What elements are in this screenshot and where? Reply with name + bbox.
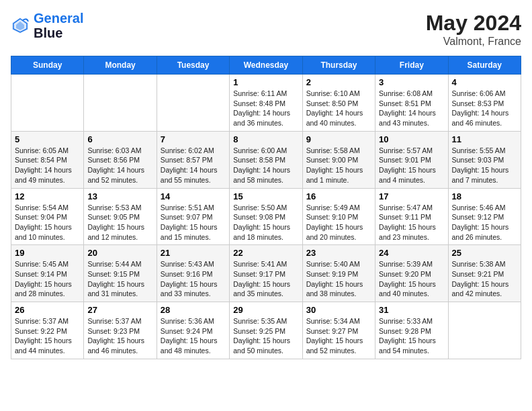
month-title: May 2024 bbox=[426, 11, 521, 36]
day-info: Sunrise: 5:57 AM Sunset: 9:01 PM Dayligh… bbox=[379, 146, 444, 185]
day-number: 14 bbox=[161, 191, 226, 201]
calendar-header: SundayMondayTuesdayWednesdayThursdayFrid… bbox=[11, 56, 521, 75]
day-info: Sunrise: 5:39 AM Sunset: 9:20 PM Dayligh… bbox=[379, 259, 444, 299]
calendar-cell: 8Sunrise: 6:00 AM Sunset: 8:58 PM Daylig… bbox=[230, 131, 302, 188]
calendar-week-row: 5Sunrise: 6:05 AM Sunset: 8:54 PM Daylig… bbox=[11, 131, 521, 188]
logo-icon bbox=[11, 16, 30, 35]
day-info: Sunrise: 6:08 AM Sunset: 8:51 PM Dayligh… bbox=[379, 89, 444, 128]
day-info: Sunrise: 5:37 AM Sunset: 9:23 PM Dayligh… bbox=[87, 316, 152, 356]
day-info: Sunrise: 5:40 AM Sunset: 9:19 PM Dayligh… bbox=[306, 259, 371, 299]
day-info: Sunrise: 5:33 AM Sunset: 9:28 PM Dayligh… bbox=[379, 316, 444, 356]
day-number: 19 bbox=[15, 248, 80, 258]
weekday-header: Friday bbox=[375, 56, 448, 75]
day-number: 28 bbox=[161, 305, 226, 315]
calendar-cell: 1Sunrise: 6:11 AM Sunset: 8:48 PM Daylig… bbox=[230, 75, 302, 132]
calendar-cell: 12Sunrise: 5:54 AM Sunset: 9:04 PM Dayli… bbox=[11, 188, 84, 245]
calendar-cell: 15Sunrise: 5:50 AM Sunset: 9:08 PM Dayli… bbox=[230, 188, 302, 245]
calendar-body: 1Sunrise: 6:11 AM Sunset: 8:48 PM Daylig… bbox=[11, 75, 521, 359]
calendar-cell: 5Sunrise: 6:05 AM Sunset: 8:54 PM Daylig… bbox=[11, 131, 84, 188]
calendar-cell: 16Sunrise: 5:49 AM Sunset: 9:10 PM Dayli… bbox=[302, 188, 375, 245]
calendar-cell: 14Sunrise: 5:51 AM Sunset: 9:07 PM Dayli… bbox=[157, 188, 229, 245]
title-block: May 2024 Valmont, France bbox=[426, 11, 521, 48]
page-header: General Blue May 2024 Valmont, France bbox=[11, 11, 521, 48]
day-number: 20 bbox=[87, 248, 152, 258]
calendar-week-row: 12Sunrise: 5:54 AM Sunset: 9:04 PM Dayli… bbox=[11, 188, 521, 245]
day-number: 23 bbox=[306, 248, 371, 258]
day-info: Sunrise: 6:00 AM Sunset: 8:58 PM Dayligh… bbox=[233, 146, 298, 185]
day-number: 13 bbox=[87, 191, 152, 201]
calendar-cell: 29Sunrise: 5:35 AM Sunset: 9:25 PM Dayli… bbox=[230, 302, 302, 359]
calendar-cell: 7Sunrise: 6:02 AM Sunset: 8:57 PM Daylig… bbox=[157, 131, 229, 188]
day-info: Sunrise: 5:55 AM Sunset: 9:03 PM Dayligh… bbox=[452, 146, 517, 185]
day-info: Sunrise: 5:34 AM Sunset: 9:27 PM Dayligh… bbox=[306, 316, 371, 356]
calendar-cell: 18Sunrise: 5:46 AM Sunset: 9:12 PM Dayli… bbox=[448, 188, 521, 245]
calendar-cell: 21Sunrise: 5:43 AM Sunset: 9:16 PM Dayli… bbox=[157, 245, 229, 302]
weekday-header: Monday bbox=[84, 56, 157, 75]
calendar-cell bbox=[448, 302, 521, 359]
day-number: 17 bbox=[379, 191, 444, 201]
day-number: 15 bbox=[233, 191, 298, 201]
day-number: 10 bbox=[379, 134, 444, 144]
weekday-header: Thursday bbox=[302, 56, 375, 75]
calendar-cell: 2Sunrise: 6:10 AM Sunset: 8:50 PM Daylig… bbox=[302, 75, 375, 132]
day-info: Sunrise: 5:51 AM Sunset: 9:07 PM Dayligh… bbox=[161, 203, 226, 242]
day-number: 22 bbox=[233, 248, 298, 258]
calendar-table: SundayMondayTuesdayWednesdayThursdayFrid… bbox=[11, 56, 521, 359]
calendar-week-row: 26Sunrise: 5:37 AM Sunset: 9:22 PM Dayli… bbox=[11, 302, 521, 359]
day-number: 9 bbox=[306, 134, 371, 144]
logo-line2: Blue bbox=[34, 26, 83, 40]
calendar-cell: 19Sunrise: 5:45 AM Sunset: 9:14 PM Dayli… bbox=[11, 245, 84, 302]
day-info: Sunrise: 5:50 AM Sunset: 9:08 PM Dayligh… bbox=[233, 203, 298, 242]
calendar-cell: 3Sunrise: 6:08 AM Sunset: 8:51 PM Daylig… bbox=[375, 75, 448, 132]
day-info: Sunrise: 5:46 AM Sunset: 9:12 PM Dayligh… bbox=[452, 203, 517, 242]
calendar-cell bbox=[84, 75, 157, 132]
day-number: 31 bbox=[379, 305, 444, 315]
weekday-header: Saturday bbox=[448, 56, 521, 75]
day-info: Sunrise: 5:41 AM Sunset: 9:17 PM Dayligh… bbox=[233, 259, 298, 299]
weekday-header: Sunday bbox=[11, 56, 84, 75]
day-number: 21 bbox=[161, 248, 226, 258]
day-number: 29 bbox=[233, 305, 298, 315]
day-info: Sunrise: 5:38 AM Sunset: 9:21 PM Dayligh… bbox=[452, 259, 517, 299]
day-info: Sunrise: 5:45 AM Sunset: 9:14 PM Dayligh… bbox=[15, 259, 80, 299]
calendar-cell: 4Sunrise: 6:06 AM Sunset: 8:53 PM Daylig… bbox=[448, 75, 521, 132]
day-number: 1 bbox=[233, 77, 298, 87]
calendar-cell bbox=[157, 75, 229, 132]
day-number: 11 bbox=[452, 134, 517, 144]
calendar-cell: 31Sunrise: 5:33 AM Sunset: 9:28 PM Dayli… bbox=[375, 302, 448, 359]
day-info: Sunrise: 5:37 AM Sunset: 9:22 PM Dayligh… bbox=[15, 316, 80, 356]
day-info: Sunrise: 5:44 AM Sunset: 9:15 PM Dayligh… bbox=[87, 259, 152, 299]
calendar-cell: 23Sunrise: 5:40 AM Sunset: 9:19 PM Dayli… bbox=[302, 245, 375, 302]
logo-line1: General bbox=[34, 11, 83, 26]
day-info: Sunrise: 5:54 AM Sunset: 9:04 PM Dayligh… bbox=[15, 203, 80, 242]
day-info: Sunrise: 6:02 AM Sunset: 8:57 PM Dayligh… bbox=[161, 146, 226, 185]
day-info: Sunrise: 6:10 AM Sunset: 8:50 PM Dayligh… bbox=[306, 89, 371, 128]
day-number: 5 bbox=[15, 134, 80, 144]
day-info: Sunrise: 5:58 AM Sunset: 9:00 PM Dayligh… bbox=[306, 146, 371, 185]
calendar-cell: 25Sunrise: 5:38 AM Sunset: 9:21 PM Dayli… bbox=[448, 245, 521, 302]
calendar-cell: 24Sunrise: 5:39 AM Sunset: 9:20 PM Dayli… bbox=[375, 245, 448, 302]
day-number: 6 bbox=[87, 134, 152, 144]
day-number: 8 bbox=[233, 134, 298, 144]
calendar-cell: 27Sunrise: 5:37 AM Sunset: 9:23 PM Dayli… bbox=[84, 302, 157, 359]
day-info: Sunrise: 5:47 AM Sunset: 9:11 PM Dayligh… bbox=[379, 203, 444, 242]
calendar-cell: 11Sunrise: 5:55 AM Sunset: 9:03 PM Dayli… bbox=[448, 131, 521, 188]
weekday-header: Wednesday bbox=[230, 56, 302, 75]
calendar-cell: 13Sunrise: 5:53 AM Sunset: 9:05 PM Dayli… bbox=[84, 188, 157, 245]
calendar-week-row: 19Sunrise: 5:45 AM Sunset: 9:14 PM Dayli… bbox=[11, 245, 521, 302]
day-number: 7 bbox=[161, 134, 226, 144]
calendar-cell: 10Sunrise: 5:57 AM Sunset: 9:01 PM Dayli… bbox=[375, 131, 448, 188]
calendar-week-row: 1Sunrise: 6:11 AM Sunset: 8:48 PM Daylig… bbox=[11, 75, 521, 132]
calendar-cell: 30Sunrise: 5:34 AM Sunset: 9:27 PM Dayli… bbox=[302, 302, 375, 359]
day-number: 3 bbox=[379, 77, 444, 87]
calendar-cell: 22Sunrise: 5:41 AM Sunset: 9:17 PM Dayli… bbox=[230, 245, 302, 302]
day-number: 30 bbox=[306, 305, 371, 315]
day-info: Sunrise: 5:43 AM Sunset: 9:16 PM Dayligh… bbox=[161, 259, 226, 299]
day-info: Sunrise: 5:35 AM Sunset: 9:25 PM Dayligh… bbox=[233, 316, 298, 356]
calendar-cell: 9Sunrise: 5:58 AM Sunset: 9:00 PM Daylig… bbox=[302, 131, 375, 188]
day-number: 27 bbox=[87, 305, 152, 315]
location-title: Valmont, France bbox=[426, 36, 521, 48]
calendar-cell: 26Sunrise: 5:37 AM Sunset: 9:22 PM Dayli… bbox=[11, 302, 84, 359]
calendar-cell: 28Sunrise: 5:36 AM Sunset: 9:24 PM Dayli… bbox=[157, 302, 229, 359]
day-number: 4 bbox=[452, 77, 517, 87]
